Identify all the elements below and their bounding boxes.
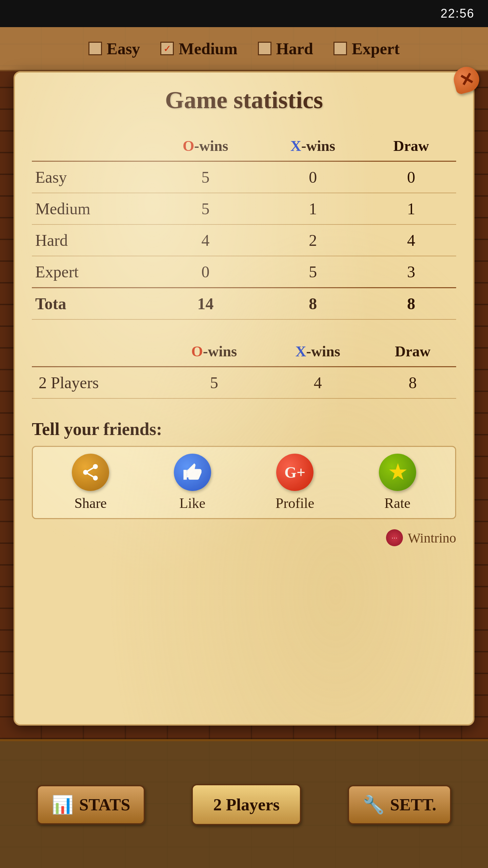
like-label: Like [179, 495, 205, 511]
row-label-medium: Medium [32, 193, 151, 224]
share-icon [72, 454, 109, 491]
difficulty-hard[interactable]: Hard [258, 39, 313, 58]
rate-label: Rate [384, 495, 410, 511]
stats-nav-label: STATS [79, 795, 130, 814]
status-text: 22:56 [441, 6, 474, 21]
row-label-hard: Hard [32, 224, 151, 256]
expert-checkbox[interactable] [333, 42, 347, 55]
statistics-modal: ✕ Game statistics O-wins X-wins Draw Eas… [14, 71, 474, 726]
easy-checkbox[interactable] [88, 42, 102, 55]
difficulty-expert[interactable]: Expert [333, 39, 400, 58]
branding: ⋯ Wintrino [32, 529, 456, 546]
row-o-expert: 0 [151, 256, 260, 288]
branding-dots-icon: ⋯ [391, 534, 398, 541]
stats-nav-button[interactable]: 📊 STATS [37, 785, 145, 825]
row-x-easy: 0 [260, 161, 366, 193]
rate-button[interactable]: ★ Rate [379, 454, 416, 511]
table-row-total: Tota 14 8 8 [32, 288, 456, 320]
row-o-easy: 5 [151, 161, 260, 193]
hard-label: Hard [276, 39, 313, 58]
row-label-expert: Expert [32, 256, 151, 288]
modal-title: Game statistics [32, 86, 456, 114]
row-label-total: Tota [32, 288, 151, 320]
row-draw-expert: 3 [366, 256, 456, 288]
col-header-x-wins: X-wins [260, 131, 366, 161]
close-icon: ✕ [451, 64, 482, 95]
row-x-expert: 5 [260, 256, 366, 288]
rate-icon: ★ [379, 454, 416, 491]
row-label-easy: Easy [32, 161, 151, 193]
difficulty-medium[interactable]: ✓ Medium [160, 39, 237, 58]
stats-table-ai: O-wins X-wins Draw Easy 5 0 0 Medium 5 1… [32, 131, 456, 320]
row-o-medium: 5 [151, 193, 260, 224]
row-draw-easy: 0 [366, 161, 456, 193]
row-x-hard: 2 [260, 224, 366, 256]
profile-icon: G+ [276, 454, 313, 491]
medium-label: Medium [179, 39, 237, 58]
difficulty-bar: Easy ✓ Medium Hard Expert [0, 27, 488, 71]
bottom-navigation: 📊 STATS 2 Players 🔧 SETT. [0, 739, 488, 868]
col-header-draw: Draw [366, 131, 456, 161]
table-row: Easy 5 0 0 [32, 161, 456, 193]
row-label-2players: 2 Players [32, 367, 162, 399]
col2-header-o-wins: O-wins [162, 337, 266, 367]
col2-header-draw: Draw [369, 337, 456, 367]
row-x-total: 8 [260, 288, 366, 320]
col-header-empty [32, 131, 151, 161]
row-o-2players: 5 [162, 367, 266, 399]
row-draw-total: 8 [366, 288, 456, 320]
two-players-nav-button[interactable]: 2 Players [191, 784, 301, 825]
row-x-2players: 4 [266, 367, 369, 399]
table-row: Hard 4 2 4 [32, 224, 456, 256]
close-button[interactable]: ✕ [453, 66, 480, 93]
profile-button[interactable]: G+ Profile [276, 454, 314, 511]
expert-label: Expert [352, 39, 400, 58]
branding-text: Wintrino [408, 530, 456, 546]
profile-label: Profile [276, 495, 314, 511]
row-draw-2players: 8 [369, 367, 456, 399]
col2-header-empty [32, 337, 162, 367]
branding-logo: ⋯ [386, 529, 403, 546]
two-players-nav-label: 2 Players [213, 795, 280, 814]
row-o-total: 14 [151, 288, 260, 320]
like-icon: f [174, 454, 211, 491]
stats-icon: 📊 [52, 794, 74, 815]
like-button[interactable]: f Like [174, 454, 211, 511]
settings-nav-label: SETT. [390, 795, 436, 814]
tell-friends-label: Tell your friends: [32, 419, 456, 439]
social-buttons: Share f Like G+ Profile ★ Rate [32, 446, 456, 519]
share-label: Share [74, 495, 107, 511]
col-header-o-wins: O-wins [151, 131, 260, 161]
easy-label: Easy [107, 39, 140, 58]
table-row: Expert 0 5 3 [32, 256, 456, 288]
table-row-2players: 2 Players 5 4 8 [32, 367, 456, 399]
hard-checkbox[interactable] [258, 42, 271, 55]
status-bar: 22:56 [0, 0, 488, 27]
row-draw-medium: 1 [366, 193, 456, 224]
table-row: Medium 5 1 1 [32, 193, 456, 224]
stats-table-multiplayer: O-wins X-wins Draw 2 Players 5 4 8 [32, 337, 456, 399]
row-x-medium: 1 [260, 193, 366, 224]
medium-checkbox[interactable]: ✓ [160, 42, 174, 55]
row-draw-hard: 4 [366, 224, 456, 256]
settings-icon: 🔧 [363, 794, 385, 815]
row-o-hard: 4 [151, 224, 260, 256]
settings-nav-button[interactable]: 🔧 SETT. [348, 785, 451, 825]
share-button[interactable]: Share [72, 454, 109, 511]
difficulty-easy[interactable]: Easy [88, 39, 140, 58]
col2-header-x-wins: X-wins [266, 337, 369, 367]
